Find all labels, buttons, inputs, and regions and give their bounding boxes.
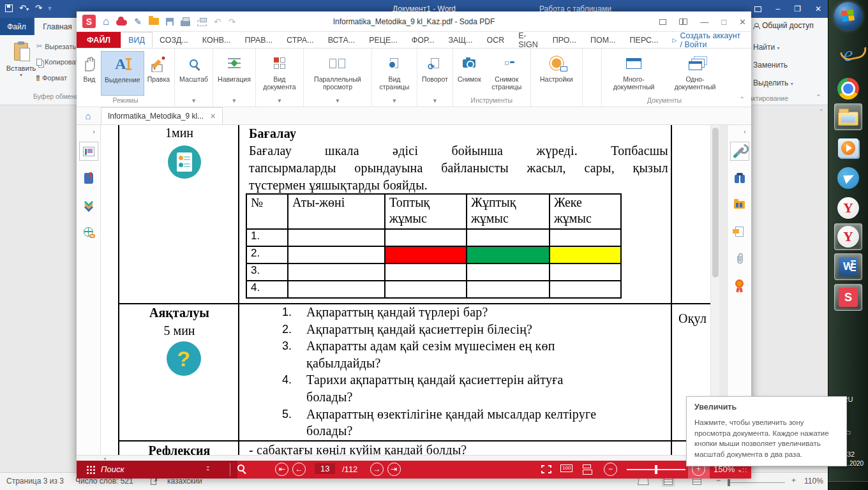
layers-panel-icon[interactable] (79, 195, 98, 214)
word-restore-icon[interactable]: ❐ (794, 4, 801, 13)
word-ribbon-options-icon[interactable] (754, 6, 761, 12)
start-button[interactable] (834, 3, 862, 29)
ribbon-collapse-icon[interactable]: ⌃ (740, 96, 745, 103)
soda-maximize-icon[interactable]: □ (721, 17, 726, 27)
ribbon-page-view-button[interactable]: Вид страницы (373, 51, 415, 96)
print-layout-icon[interactable] (664, 477, 673, 487)
word-undo-icon[interactable]: ↶▾ (19, 3, 29, 13)
search-placeholder[interactable]: Поиск (101, 464, 124, 474)
word-page-indicator[interactable]: Страница 3 из 3 (6, 477, 64, 486)
soda-presentation-mode-icon[interactable] (659, 19, 666, 25)
home-tab-icon[interactable]: ⌂ (77, 107, 100, 124)
ribbon-document-view-dropdown-icon[interactable]: ▾ (257, 96, 302, 107)
show-desktop-button[interactable] (828, 481, 868, 490)
taskbar-soda-pdf[interactable]: S (834, 284, 862, 311)
undo-icon[interactable]: ↶ (214, 17, 221, 26)
menu-forms[interactable]: ФОР... (405, 32, 442, 48)
word-select-button[interactable]: Выделить ▾ (753, 78, 793, 87)
search-prev-next-icons[interactable]: ⌄⌃ (206, 463, 211, 475)
taskbar-media-player[interactable] (834, 135, 862, 161)
last-page-button[interactable]: ⇥ (387, 463, 401, 476)
ribbon-parallel-view-dropdown-icon[interactable]: ▾ (305, 96, 370, 107)
taskbar-yandex-browser-active[interactable]: Y (834, 223, 862, 250)
thumbnails-panel-icon[interactable] (79, 142, 98, 161)
tools-panel-icon[interactable] (730, 142, 749, 161)
ribbon-document-view-button[interactable]: Вид документа (257, 51, 302, 96)
word-editing-group-collapse-icon[interactable]: ⌃ (816, 93, 821, 101)
print-icon[interactable] (181, 20, 190, 26)
ribbon-single-document-button[interactable]: Одно-документный (664, 51, 726, 96)
word-zoom-in-icon[interactable]: + (791, 476, 796, 485)
ribbon-snapshot-button[interactable]: Снимок (454, 51, 484, 96)
zoom-slider-thumb[interactable] (655, 465, 657, 474)
left-panel-expand-icon[interactable]: › (93, 128, 95, 135)
ribbon-page-view-dropdown-icon[interactable]: ▾ (373, 96, 415, 107)
word-redo-icon[interactable]: ↷ (35, 3, 42, 13)
menu-insert[interactable]: ВСТА... (321, 32, 363, 48)
word-scroll-up-icon[interactable]: ⌃ (819, 108, 824, 115)
word-save-icon[interactable] (5, 4, 13, 12)
taskbar-word[interactable]: W (834, 253, 862, 280)
search-panel-icon[interactable] (730, 168, 749, 188)
ribbon-edit-button[interactable]: Правка (144, 51, 173, 96)
next-page-button[interactable]: → (370, 463, 384, 476)
home-icon[interactable]: ⌂ (103, 16, 109, 27)
redo-icon[interactable]: ↷ (228, 17, 236, 26)
drag-grip-icon[interactable] (87, 466, 89, 468)
scrollbar-thumb[interactable] (712, 128, 719, 278)
ribbon-zoom-button[interactable]: Масштаб (176, 51, 211, 96)
word-close-icon[interactable]: ✕ (815, 4, 821, 13)
word-find-button[interactable]: Найти ▾ (753, 43, 780, 52)
soda-logo-icon[interactable]: S (82, 15, 96, 28)
certificates-panel-icon[interactable] (730, 276, 749, 295)
word-tab-file[interactable]: Файл (0, 18, 33, 35)
soda-close-icon[interactable]: ✕ (739, 17, 746, 27)
menu-help[interactable]: ПОМ... (583, 32, 623, 48)
comments-panel-icon[interactable] (730, 222, 749, 241)
fit-page-icon[interactable] (583, 464, 591, 468)
tab-close-icon[interactable]: ✕ (210, 112, 216, 121)
word-zoom-slider[interactable] (728, 479, 785, 487)
read-mode-icon[interactable] (638, 477, 648, 487)
zoom-100-button[interactable]: 100 (560, 464, 572, 472)
ribbon-settings-button[interactable]: Настройки (532, 51, 581, 96)
word-cut-button[interactable]: ✂ Вырезать (36, 42, 76, 50)
menu-ocr[interactable]: OCR (479, 32, 511, 48)
word-tab-home[interactable]: Главная (34, 18, 80, 35)
fullscreen-icon[interactable] (541, 465, 551, 473)
menu-convert[interactable]: КОНВ... (195, 32, 238, 48)
ribbon-navigation-dropdown-icon[interactable]: ▾ (214, 96, 254, 107)
first-page-button[interactable]: ⇤ (275, 463, 288, 476)
ribbon-rotate-button[interactable]: Поворот (419, 51, 451, 96)
word-paste-button[interactable]: Вставить ▾ (6, 41, 36, 95)
right-panel-collapse-icon[interactable]: ‹ (744, 128, 746, 135)
taskbar-yandex-browser[interactable]: Y (834, 195, 862, 221)
ribbon-page-snapshot-button[interactable]: Снимок страницы (484, 51, 529, 96)
menu-esign[interactable]: E-SIGN (511, 32, 546, 48)
account-login-link[interactable]: ▷Создать аккаунт / Войти (666, 32, 751, 48)
save-icon[interactable] (166, 18, 174, 26)
edit-pen-icon[interactable]: ✎ (134, 17, 142, 27)
menu-create[interactable]: СОЗД... (153, 32, 195, 48)
taskbar-internet-explorer[interactable]: e (834, 41, 862, 68)
ribbon-navigation-button[interactable]: Навигация (214, 51, 254, 96)
word-replace-button[interactable]: Заменить (753, 61, 788, 70)
search-files-panel-icon[interactable] (730, 195, 749, 214)
menu-file[interactable]: ФАЙЛ (77, 32, 121, 48)
web-layout-icon[interactable] (692, 477, 701, 487)
word-format-painter-button[interactable]: Формат (36, 74, 67, 82)
menu-personalize[interactable]: ПЕРС... (623, 32, 666, 48)
document-tab[interactable]: Informatika_Metodika_9 kl... ✕ (101, 107, 223, 124)
ribbon-multi-document-button[interactable]: Много-документный (603, 51, 664, 96)
current-page-input[interactable]: 13 (315, 463, 335, 474)
menu-secure[interactable]: ЗАЩ... (441, 32, 479, 48)
pdf-document-area[interactable]: 1мин Бағалау Бағалау шкала әдісі бойынша… (101, 125, 727, 455)
horizontal-scrollbar[interactable]: ◂ ▸ (77, 455, 751, 461)
attachments-panel-icon[interactable] (730, 249, 749, 268)
word-share-button[interactable]: Общий доступ (753, 21, 814, 30)
ribbon-select-button[interactable]: A Выделение (101, 51, 144, 96)
zoom-slider[interactable] (627, 469, 685, 470)
ribbon-rotate-dropdown-icon[interactable]: ▾ (419, 96, 451, 107)
menu-view[interactable]: ВИД (121, 32, 153, 48)
menu-pro[interactable]: ПРО... (546, 32, 583, 48)
